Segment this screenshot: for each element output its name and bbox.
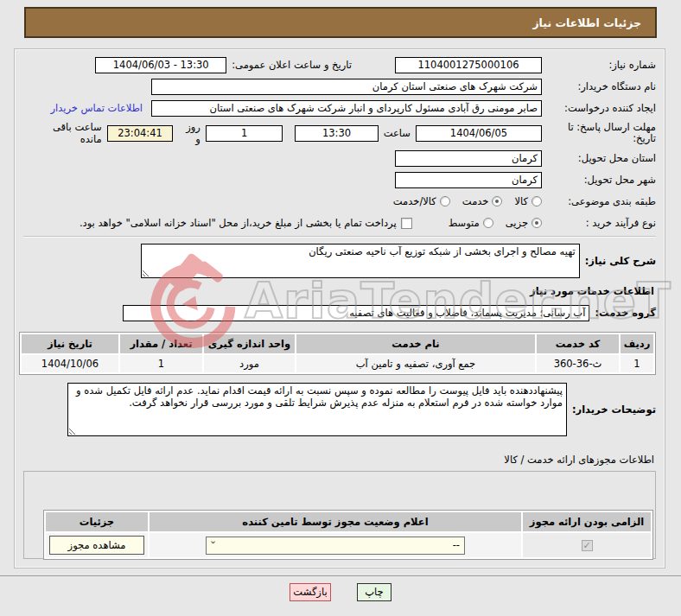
countdown-timer: 23:04:41 (107, 125, 174, 142)
radio-partial-label: جزیی (506, 217, 528, 229)
row-request-creator: ایجاد کننده درخواست: صابر مومنی رق آبادی… (23, 99, 656, 117)
row-need-number: شماره نیاز: 1104001275000106 تاریخ و ساع… (23, 56, 656, 73)
col-service-name: نام خدمت (296, 334, 535, 353)
radio-service[interactable] (492, 196, 502, 206)
footer-divider (0, 575, 681, 576)
service-code: ث-36-360 (537, 355, 619, 372)
radio-medium[interactable] (483, 218, 493, 228)
reply-deadline-time-label: ساعت (384, 127, 411, 139)
request-creator-label: ایجاد کننده درخواست: (542, 103, 656, 114)
row-subject-classification: طبقه بندی موضوعی: کالا خدمت کالا/خدمت (23, 193, 656, 210)
service-unit: مورد (204, 355, 295, 372)
row-delivery-province: استان محل تحویل: کرمان (23, 149, 656, 167)
remaining-days-value: 1 (206, 125, 283, 142)
col-need-date: تاریخ نیاز (22, 334, 118, 353)
license-row: -- ˅ مشاهده مجوز (46, 533, 651, 557)
services-table: ردیف کد خدمت نام خدمت واحد اندازه گیری ت… (19, 332, 656, 375)
col-license-details: جزئیات (46, 512, 148, 531)
delivery-province-value: کرمان (395, 150, 542, 167)
licenses-table: الزامی بودن ارائه مجوز اعلام وضعیت مجوز … (43, 510, 653, 560)
service-row-number: 1 (621, 355, 653, 372)
print-button[interactable]: چاپ (357, 583, 391, 601)
radio-service-label: خدمت (462, 195, 489, 207)
license-details-cell: مشاهده مجوز (46, 533, 148, 557)
col-license-required: الزامی بودن ارائه مجوز (523, 512, 651, 531)
col-row-number: ردیف (621, 334, 653, 353)
service-quantity: 1 (120, 355, 202, 372)
subject-classification-label: طبقه بندی موضوعی: (542, 196, 656, 207)
radio-goods[interactable] (531, 196, 542, 206)
service-group-label: گروه خدمت: (589, 307, 656, 319)
reply-deadline-time: 13:30 (295, 125, 378, 142)
delivery-province-label: استان محل تحویل: (542, 153, 656, 164)
licenses-groupbox: الزامی بودن ارائه مجوز اعلام وضعیت مجوز … (23, 471, 656, 559)
footer-buttons: چاپ بازگشت (0, 583, 681, 601)
view-license-button[interactable]: مشاهده مجوز (49, 536, 143, 555)
radio-goods-service[interactable] (440, 196, 450, 206)
services-table-header-row: ردیف کد خدمت نام خدمت واحد اندازه گیری ت… (22, 334, 653, 353)
row-need-description: شرح کلی نیاز: تهیه مصالح و اجرای بخشی از… (23, 244, 656, 278)
treasury-checkbox-label: پرداخت تمام یا بخشی از مبلغ خرید،از محل … (80, 217, 397, 229)
services-section-heading: اطلاعات خدمات مورد نیاز (23, 285, 654, 297)
license-status-selected-value: -- (453, 539, 460, 551)
col-license-status: اعلام وضعیت مجوز توسط تامین کننده (150, 512, 521, 531)
countdown-label: ساعت باقی مانده (29, 121, 102, 145)
radio-partial[interactable] (531, 218, 542, 228)
buyer-contact-link[interactable]: اطلاعات تماس خریدار (50, 102, 143, 114)
service-name: جمع آوری، تصفیه و تامین آب (296, 355, 535, 372)
row-delivery-city: شهر محل تحویل: کرمان (23, 171, 656, 188)
license-required-checkbox (582, 540, 593, 551)
announce-datetime-label: تاریخ و ساعت اعلان عمومی: (232, 59, 352, 71)
row-reply-deadline: مهلت ارسال پاسخ: تا تاریخ: 1404/06/05 سا… (23, 121, 656, 145)
license-required-cell (523, 533, 651, 557)
section-divider (23, 236, 656, 238)
announce-datetime-value: 1404/06/03 - 13:30 (95, 57, 226, 73)
purchase-process-label: نوع فرآیند خرید : (542, 218, 656, 229)
need-details-panel: شماره نیاز: 1104001275000106 تاریخ و ساع… (14, 48, 665, 568)
delivery-city-value: کرمان (395, 172, 542, 188)
radio-medium-label: متوسط (449, 217, 480, 229)
service-need-date: 1404/10/06 (22, 355, 118, 372)
col-unit: واحد اندازه گیری (204, 334, 295, 353)
radio-goods-label: کالا (514, 195, 528, 207)
row-buyer-org: نام دستگاه خریدار: شرکت شهرک های صنعتی ا… (23, 78, 656, 95)
licenses-table-header-row: الزامی بودن ارائه مجوز اعلام وضعیت مجوز … (46, 512, 651, 531)
remaining-days-label: روز و (178, 121, 200, 145)
treasury-checkbox[interactable] (401, 218, 412, 229)
row-buyer-notes: توضیحات خریدار: پیشنهاددهنده باید فایل پ… (23, 383, 656, 436)
request-creator-value: صابر مومنی رق آبادی مسئول کارپردای و انب… (151, 100, 542, 117)
buyer-notes-textarea[interactable]: پیشنهاددهنده باید فایل پیوست را مطالعه ن… (67, 383, 567, 436)
col-service-code: کد خدمت (537, 334, 619, 353)
page-title: جزئیات اطلاعات نیاز (24, 7, 657, 38)
buyer-notes-label: توضیحات خریدار: (567, 403, 656, 416)
reply-deadline-label: مهلت ارسال پاسخ: تا تاریخ: (542, 122, 656, 144)
reply-deadline-date: 1404/06/05 (416, 125, 542, 142)
radio-goods-service-label: کالا/خدمت (393, 195, 436, 207)
need-number-value: 1104001275000106 (395, 57, 542, 73)
need-details-page: جزئیات اطلاعات نیاز شماره نیاز: 11040012… (0, 0, 681, 616)
service-row: 1 ث-36-360 جمع آوری، تصفیه و تامین آب مو… (22, 355, 653, 372)
license-status-select[interactable]: -- ˅ (206, 537, 465, 555)
col-quantity: تعداد / مقدار (120, 334, 202, 353)
licenses-section-heading: اطلاعات مجوزهای ارائه خدمت / کالا (23, 454, 654, 466)
row-purchase-process: نوع فرآیند خرید : جزیی متوسط پرداخت تمام… (23, 214, 656, 232)
service-group-value: آب رسانی؛ مدیریت پسماند، فاضلاب و فعالیت… (123, 305, 589, 321)
row-service-group: گروه خدمت: آب رسانی؛ مدیریت پسماند، فاضل… (23, 304, 656, 321)
need-description-textarea[interactable]: تهیه مصالح و اجرای بخشی از شبکه توزیع آب… (141, 244, 580, 278)
back-button[interactable]: بازگشت (290, 583, 331, 601)
need-number-label: شماره نیاز: (542, 60, 656, 71)
chevron-down-icon: ˅ (210, 541, 217, 550)
buyer-org-label: نام دستگاه خریدار: (542, 81, 656, 92)
license-status-cell: -- ˅ (150, 533, 521, 557)
need-description-label: شرح کلی نیاز: (580, 255, 656, 267)
delivery-city-label: شهر محل تحویل: (542, 175, 656, 186)
buyer-org-value: شرکت شهرک های صنعتی استان کرمان (151, 79, 542, 95)
